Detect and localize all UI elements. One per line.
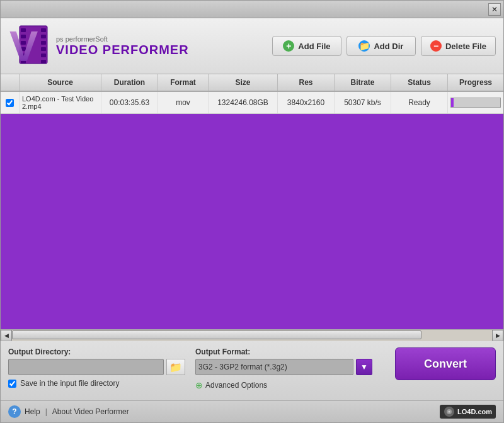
footer-separator: | [45,407,47,416]
format-select[interactable]: 3G2 - 3GP2 format (*.3g2) [195,359,353,375]
about-link[interactable]: About Video Performer [52,407,129,416]
output-row: Output Directory: 📁 Save in the input fi… [8,347,496,390]
row-duration: 00:03:35.63 [101,92,158,113]
col-header-bitrate: Bitrate [335,74,391,91]
logo-title: VIDEO PERFORMER [56,43,189,57]
dir-input[interactable] [8,359,164,375]
col-header-status: Status [391,74,448,91]
scroll-thumb[interactable] [12,330,421,339]
add-dir-button[interactable]: 📁 Add Dir [346,36,416,56]
logo-icon: V [8,23,52,69]
toolbar-buttons: + Add File 📁 Add Dir − Delete File [272,36,496,56]
table-row[interactable]: LO4D.com - Test Video 2.mp4 00:03:35.63 … [1,92,503,114]
col-header-duration: Duration [101,74,158,91]
svg-point-16 [448,411,450,413]
progress-bar-fill [451,98,454,107]
col-header-size: Size [209,74,278,91]
svg-rect-12 [41,60,46,64]
output-format-section: Output Format: 3G2 - 3GP2 format (*.3g2)… [195,347,372,390]
row-bitrate: 50307 kb/s [335,92,391,113]
delete-file-button[interactable]: − Delete File [421,36,496,56]
save-checkbox-row: Save in the input file directory [8,379,185,388]
bottom-panel: Output Directory: 📁 Save in the input fi… [1,341,503,400]
footer: ? Help | About Video Performer LO4D.com [1,400,503,422]
row-size: 1324246.08GB [209,92,278,113]
svg-rect-10 [41,47,46,51]
row-res: 3840x2160 [278,92,335,113]
row-status: Ready [391,92,448,113]
output-dir-label: Output Directory: [8,347,185,356]
lo4d-logo-badge: LO4D.com [440,405,496,419]
output-dir-section: Output Directory: 📁 Save in the input fi… [8,347,185,388]
row-format: mov [158,92,209,113]
logo-area: V ps performerSoft VIDEO PERFORMER [8,23,189,69]
scroll-right-button[interactable]: ▶ [492,330,503,341]
title-bar: ✕ [1,1,503,18]
svg-rect-8 [41,35,46,38]
advanced-icon: ⊕ [195,380,203,390]
format-value: 3G2 - 3GP2 format (*.3g2) [198,363,287,371]
horizontal-scrollbar[interactable]: ◀ ▶ [1,329,503,341]
help-link[interactable]: Help [25,407,40,416]
close-button[interactable]: ✕ [488,3,501,16]
lo4d-icon [444,406,455,417]
folder-button[interactable]: 📁 [166,359,185,375]
dropdown-arrow-button[interactable]: ▼ [356,359,372,375]
row-checkbox[interactable] [6,99,14,107]
row-checkbox-cell[interactable] [1,92,20,113]
add-dir-icon: 📁 [358,40,370,52]
col-header-res: Res [278,74,335,91]
advanced-row: ⊕ Advanced Options [195,380,372,390]
scroll-track[interactable] [12,330,492,341]
header: V ps performerSoft VIDEO PERFORMER + Add… [1,18,503,74]
svg-rect-9 [41,41,46,45]
svg-rect-7 [41,28,46,32]
advanced-options-link[interactable]: Advanced Options [205,381,267,390]
convert-section: Convert [382,347,496,380]
table-empty-area [1,114,503,329]
add-file-icon: + [283,40,294,52]
svg-rect-11 [41,54,46,57]
add-file-button[interactable]: + Add File [272,36,341,56]
file-table-container: Source Duration Format Size Res Bitrate … [1,74,503,329]
progress-bar [450,98,501,108]
svg-text:V: V [9,23,38,69]
col-header-progress: Progress [448,74,503,91]
format-row: 3G2 - 3GP2 format (*.3g2) ▼ [195,359,372,375]
main-window: ✕ V [0,0,504,423]
scroll-left-button[interactable]: ◀ [1,330,12,341]
lo4d-text: LO4D.com [457,408,492,415]
logo-text: ps performerSoft VIDEO PERFORMER [56,35,189,57]
col-header-source: Source [20,74,101,91]
save-checkbox[interactable] [8,380,16,388]
output-format-label: Output Format: [195,347,372,356]
row-source: LO4D.com - Test Video 2.mp4 [20,92,101,113]
col-header-format: Format [158,74,209,91]
help-icon[interactable]: ? [8,405,21,418]
dir-input-row: 📁 [8,359,185,375]
col-header-check [1,74,20,91]
logo-ps-label: ps performerSoft [56,35,189,43]
save-checkbox-label: Save in the input file directory [20,379,119,388]
convert-button[interactable]: Convert [395,347,496,380]
delete-file-icon: − [430,40,442,52]
table-header: Source Duration Format Size Res Bitrate … [1,74,503,92]
footer-logo: LO4D.com [440,405,496,419]
row-progress-cell: 0% [448,92,503,113]
